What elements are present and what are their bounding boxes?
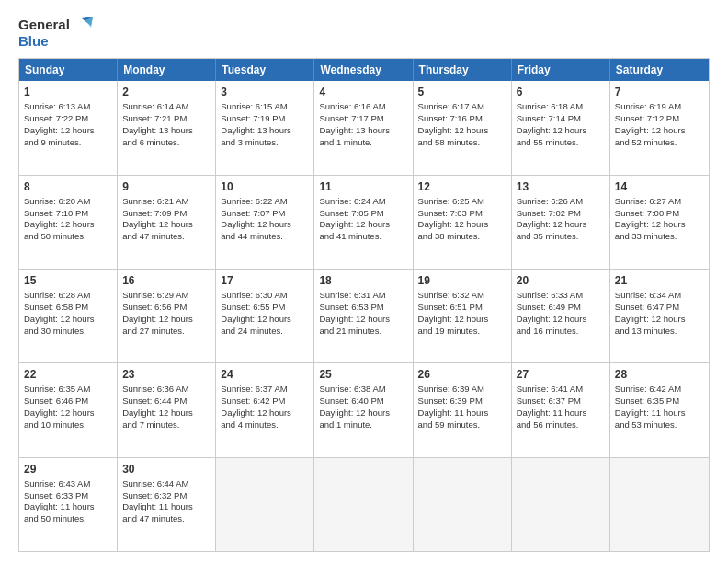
day-info-line: Sunrise: 6:30 AM xyxy=(221,290,309,302)
day-info-line: Sunrise: 6:28 AM xyxy=(24,290,112,302)
calendar-row-1: 1Sunrise: 6:13 AMSunset: 7:22 PMDaylight… xyxy=(19,81,709,174)
day-info-line: and 21 minutes. xyxy=(319,326,407,338)
day-info-line: and 1 minute. xyxy=(319,419,407,431)
day-info-line: Daylight: 11 hours xyxy=(517,408,605,419)
day-info-line: Daylight: 12 hours xyxy=(122,408,210,419)
day-info-line: Sunrise: 6:26 AM xyxy=(517,196,605,208)
day-info-line: Sunset: 7:19 PM xyxy=(221,113,309,125)
day-info-line: and 35 minutes. xyxy=(517,231,605,243)
calendar-empty-cell xyxy=(314,458,413,551)
day-info-line: Daylight: 12 hours xyxy=(221,219,309,231)
day-info-line: Sunrise: 6:13 AM xyxy=(24,101,112,113)
day-info-line: Sunrise: 6:22 AM xyxy=(221,196,309,208)
calendar-day-29: 29Sunrise: 6:43 AMSunset: 6:33 PMDayligh… xyxy=(19,458,118,551)
calendar-day-14: 14Sunrise: 6:27 AMSunset: 7:00 PMDayligh… xyxy=(610,176,709,269)
logo-text: General Blue xyxy=(18,17,93,49)
day-info-line: Sunrise: 6:37 AM xyxy=(221,384,309,396)
day-number: 25 xyxy=(319,367,407,382)
logo: General Blue xyxy=(18,17,93,49)
day-info-line: Daylight: 12 hours xyxy=(319,314,407,326)
day-info-line: Daylight: 12 hours xyxy=(517,314,605,326)
day-info-line: Sunrise: 6:44 AM xyxy=(122,478,210,490)
calendar-day-19: 19Sunrise: 6:32 AMSunset: 6:51 PMDayligh… xyxy=(414,270,512,362)
day-number: 16 xyxy=(122,273,210,288)
day-info-line: Sunset: 7:22 PM xyxy=(24,113,112,125)
day-number: 3 xyxy=(221,85,309,99)
day-info-line: and 6 minutes. xyxy=(122,137,210,149)
day-info-line: Sunset: 6:40 PM xyxy=(319,396,407,408)
day-info-line: Sunset: 7:17 PM xyxy=(319,113,407,125)
day-info-line: and 19 minutes. xyxy=(418,326,506,338)
day-info-line: and 13 minutes. xyxy=(615,326,704,338)
calendar-empty-cell xyxy=(512,458,610,551)
calendar-day-23: 23Sunrise: 6:36 AMSunset: 6:44 PMDayligh… xyxy=(118,363,216,456)
day-info-line: Daylight: 11 hours xyxy=(418,408,506,419)
day-info-line: and 41 minutes. xyxy=(319,231,407,243)
calendar-day-26: 26Sunrise: 6:39 AMSunset: 6:39 PMDayligh… xyxy=(414,363,512,456)
day-info-line: Sunset: 7:21 PM xyxy=(122,113,210,125)
day-info-line: Sunset: 6:47 PM xyxy=(615,302,704,314)
day-info-line: Sunset: 6:44 PM xyxy=(122,396,210,408)
day-number: 28 xyxy=(615,367,704,382)
calendar-day-25: 25Sunrise: 6:38 AMSunset: 6:40 PMDayligh… xyxy=(314,363,413,456)
day-info-line: and 50 minutes. xyxy=(24,513,112,525)
day-info-line: Daylight: 11 hours xyxy=(122,501,210,513)
weekday-header-thursday: Thursday xyxy=(414,59,512,81)
calendar-day-24: 24Sunrise: 6:37 AMSunset: 6:42 PMDayligh… xyxy=(216,363,314,456)
day-number: 23 xyxy=(122,367,210,382)
day-number: 27 xyxy=(517,367,605,382)
day-info-line: and 47 minutes. xyxy=(122,513,210,525)
weekday-header-tuesday: Tuesday xyxy=(216,59,314,81)
day-info-line: Sunrise: 6:18 AM xyxy=(517,101,605,113)
day-number: 4 xyxy=(319,85,407,99)
day-info-line: Daylight: 12 hours xyxy=(418,219,506,231)
day-info-line: and 9 minutes. xyxy=(24,137,112,149)
day-info-line: Daylight: 12 hours xyxy=(319,219,407,231)
day-number: 24 xyxy=(221,367,309,382)
calendar-day-2: 2Sunrise: 6:14 AMSunset: 7:21 PMDaylight… xyxy=(118,81,216,174)
day-info-line: and 7 minutes. xyxy=(122,419,210,431)
day-number: 5 xyxy=(418,85,506,99)
day-info-line: Sunrise: 6:38 AM xyxy=(319,384,407,396)
day-info-line: Daylight: 12 hours xyxy=(418,125,506,137)
day-number: 13 xyxy=(517,179,605,194)
calendar-day-10: 10Sunrise: 6:22 AMSunset: 7:07 PMDayligh… xyxy=(216,176,314,269)
calendar-day-28: 28Sunrise: 6:42 AMSunset: 6:35 PMDayligh… xyxy=(610,363,709,456)
day-info-line: and 38 minutes. xyxy=(418,231,506,243)
day-info-line: Daylight: 13 hours xyxy=(221,125,309,137)
day-info-line: Sunrise: 6:24 AM xyxy=(319,196,407,208)
day-info-line: Sunrise: 6:21 AM xyxy=(122,196,210,208)
day-info-line: Daylight: 12 hours xyxy=(221,314,309,326)
day-info-line: Sunset: 7:00 PM xyxy=(615,208,704,220)
day-info-line: and 24 minutes. xyxy=(221,326,309,338)
calendar-row-5: 29Sunrise: 6:43 AMSunset: 6:33 PMDayligh… xyxy=(19,457,709,551)
day-number: 26 xyxy=(418,367,506,382)
calendar-day-4: 4Sunrise: 6:16 AMSunset: 7:17 PMDaylight… xyxy=(314,81,413,174)
day-info-line: Daylight: 12 hours xyxy=(615,314,704,326)
day-info-line: Sunset: 7:09 PM xyxy=(122,208,210,220)
calendar-day-3: 3Sunrise: 6:15 AMSunset: 7:19 PMDaylight… xyxy=(216,81,314,174)
day-info-line: Sunset: 7:10 PM xyxy=(24,208,112,220)
day-info-line: Sunrise: 6:17 AM xyxy=(418,101,506,113)
day-info-line: and 59 minutes. xyxy=(418,419,506,431)
day-number: 1 xyxy=(24,85,112,99)
header: General Blue xyxy=(18,17,710,49)
day-info-line: Sunrise: 6:27 AM xyxy=(615,196,704,208)
day-info-line: Sunrise: 6:31 AM xyxy=(319,290,407,302)
day-number: 2 xyxy=(122,85,210,99)
day-info-line: Sunset: 7:14 PM xyxy=(517,113,605,125)
calendar-day-8: 8Sunrise: 6:20 AMSunset: 7:10 PMDaylight… xyxy=(19,176,118,269)
day-number: 14 xyxy=(615,179,704,194)
day-info-line: Sunrise: 6:42 AM xyxy=(615,384,704,396)
day-info-line: Daylight: 12 hours xyxy=(24,219,112,231)
day-info-line: and 3 minutes. xyxy=(221,137,309,149)
day-info-line: Sunset: 7:05 PM xyxy=(319,208,407,220)
day-number: 9 xyxy=(122,179,210,194)
day-info-line: Sunrise: 6:39 AM xyxy=(418,384,506,396)
day-info-line: Daylight: 13 hours xyxy=(319,125,407,137)
day-number: 17 xyxy=(221,273,309,288)
day-number: 29 xyxy=(24,462,112,477)
day-info-line: Sunset: 6:49 PM xyxy=(517,302,605,314)
calendar-row-3: 15Sunrise: 6:28 AMSunset: 6:58 PMDayligh… xyxy=(19,269,709,362)
weekday-header-friday: Friday xyxy=(512,59,610,81)
